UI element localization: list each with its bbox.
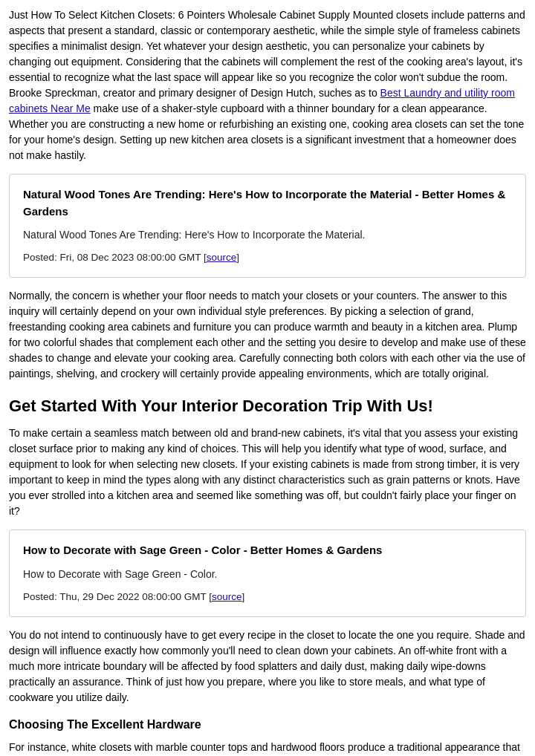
card2-title: How to Decorate with Sage Green - Color … bbox=[23, 542, 512, 559]
card1-posted-end: ] bbox=[236, 252, 239, 263]
card2-source-link[interactable]: source bbox=[212, 591, 242, 602]
section-heading: Get Started With Your Interior Decoratio… bbox=[9, 394, 526, 418]
paragraph3: To make certain a seamless match between… bbox=[9, 426, 526, 519]
card1-posted-text: Posted: Fri, 08 Dec 2023 08:00:00 GMT [ bbox=[23, 252, 207, 263]
card1-description: Natural Wood Tones Are Trending: Here's … bbox=[23, 227, 512, 243]
card1-title: Natural Wood Tones Are Trending: Here's … bbox=[23, 186, 512, 220]
paragraph2: Normally, the concern is whether your fl… bbox=[9, 288, 526, 382]
paragraph4: You do not intend to continuously have t… bbox=[9, 628, 526, 706]
card-natural-wood: Natural Wood Tones Are Trending: Here's … bbox=[9, 174, 526, 278]
card2-description: How to Decorate with Sage Green - Color. bbox=[23, 567, 512, 582]
intro-text-before-link: Just How To Select Kitchen Closets: 6 Po… bbox=[9, 9, 525, 99]
card2-posted-text: Posted: Thu, 29 Dec 2022 08:00:00 GMT [ bbox=[23, 591, 212, 602]
intro-paragraph: Just How To Select Kitchen Closets: 6 Po… bbox=[9, 7, 526, 163]
card1-posted: Posted: Fri, 08 Dec 2023 08:00:00 GMT [s… bbox=[23, 250, 512, 265]
intro-section: Just How To Select Kitchen Closets: 6 Po… bbox=[9, 7, 526, 163]
card2-posted-end: ] bbox=[241, 591, 244, 602]
card-sage-green: How to Decorate with Sage Green - Color … bbox=[9, 529, 526, 617]
subheading-hardware: Choosing The Excellent Hardware bbox=[9, 716, 526, 734]
card2-posted: Posted: Thu, 29 Dec 2022 08:00:00 GMT [s… bbox=[23, 590, 512, 605]
card1-source-link[interactable]: source bbox=[207, 252, 237, 263]
paragraph5: For instance, white closets with marble … bbox=[9, 740, 526, 756]
